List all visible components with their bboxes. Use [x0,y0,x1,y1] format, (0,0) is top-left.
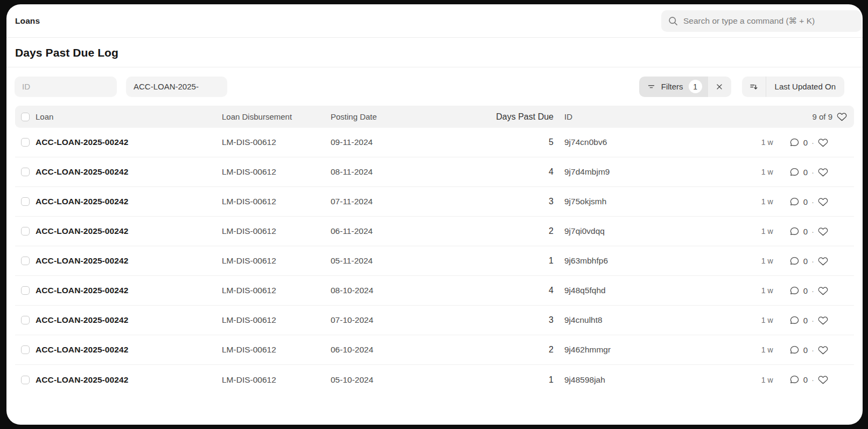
loan-link[interactable]: ACC-LOAN-2025-00242 [36,226,222,236]
days-past-due-value: 4 [472,286,554,295]
comment-icon[interactable] [789,137,800,148]
comment-count[interactable]: 0 [803,138,808,147]
table-row[interactable]: ACC-LOAN-2025-00242 LM-DIS-00612 06-10-2… [15,335,854,365]
filters-count-badge: 1 [689,80,702,93]
loan-link[interactable]: ACC-LOAN-2025-00242 [36,345,222,355]
list-header-row: Loan Loan Disbursement Posting Date Days… [15,106,854,128]
comment-icon[interactable] [789,315,800,326]
sort-descending-icon [749,82,759,92]
row-checkbox[interactable] [21,168,30,176]
row-checkbox[interactable] [21,227,30,236]
id-filter-input[interactable] [15,77,117,97]
like-button[interactable] [818,315,828,326]
row-id-value: 9j48q5fqhd [554,286,725,295]
loan-disbursement-value: LM-DIS-00612 [222,137,331,147]
days-past-due-value: 2 [472,345,554,355]
loan-link[interactable]: ACC-LOAN-2025-00242 [36,167,222,177]
header-meta-cell: 9 of 9 [725,112,854,122]
comment-count[interactable]: 0 [803,375,808,384]
like-button[interactable] [818,137,828,148]
like-button[interactable] [818,197,828,207]
search-input[interactable] [683,16,855,26]
heart-icon [818,167,828,177]
row-id-value: 9j4cnulht8 [554,315,725,325]
loan-link[interactable]: ACC-LOAN-2025-00242 [36,375,222,385]
like-button[interactable] [818,226,828,237]
row-checkbox[interactable] [21,197,30,206]
comment-count[interactable]: 0 [803,197,808,206]
comment-icon[interactable] [789,375,800,385]
comment-count[interactable]: 0 [803,286,808,295]
row-checkbox[interactable] [21,286,30,295]
table-row[interactable]: ACC-LOAN-2025-00242 LM-DIS-00612 07-10-2… [15,306,854,335]
row-meta-cell: 1 w 0 · [725,256,854,266]
sort-direction-button[interactable] [742,77,766,97]
loan-link[interactable]: ACC-LOAN-2025-00242 [36,315,222,325]
toolbar-filters-left [15,77,227,97]
loan-link[interactable]: ACC-LOAN-2025-00242 [36,256,222,266]
table-row[interactable]: ACC-LOAN-2025-00242 LM-DIS-00612 05-11-2… [15,246,854,276]
like-button[interactable] [818,286,828,296]
row-checkbox[interactable] [21,257,30,265]
comment-count[interactable]: 0 [803,257,808,266]
comment-icon[interactable] [789,345,800,355]
comment-count[interactable]: 0 [803,227,808,236]
comment-icon[interactable] [789,226,800,237]
row-checkbox[interactable] [21,376,30,384]
comment-icon[interactable] [789,286,800,296]
comment-icon[interactable] [789,256,800,266]
days-past-due-value: 1 [472,375,554,385]
row-checkbox-cell [15,257,36,265]
top-navbar: Loans [6,4,863,38]
sort-field-button[interactable]: Last Updated On [766,77,844,97]
filters-button[interactable]: Filters 1 [639,77,708,97]
row-checkbox[interactable] [21,316,30,324]
last-modified-value: 1 w [761,286,773,295]
column-header-loan: Loan [36,112,222,121]
separator-dot: · [811,197,814,206]
loan-disbursement-value: LM-DIS-00612 [222,345,331,355]
like-button[interactable] [818,167,828,177]
row-meta-icons: 0 · [789,226,828,237]
comment-count[interactable]: 0 [803,168,808,177]
row-meta-icons: 0 · [789,167,828,177]
loan-disbursement-value: LM-DIS-00612 [222,315,331,325]
posting-date-value: 08-11-2024 [331,167,472,177]
table-row[interactable]: ACC-LOAN-2025-00242 LM-DIS-00612 09-11-2… [15,128,854,157]
row-checkbox-cell [15,345,36,354]
row-id-value: 9j48598jah [554,375,725,385]
comment-icon[interactable] [789,197,800,207]
loan-link[interactable]: ACC-LOAN-2025-00242 [36,197,222,206]
separator-dot: · [811,316,814,325]
table-row[interactable]: ACC-LOAN-2025-00242 LM-DIS-00612 05-10-2… [15,365,854,395]
loan-disbursement-value: LM-DIS-00612 [222,197,331,206]
favorites-filter-button[interactable] [837,112,847,122]
loan-link[interactable]: ACC-LOAN-2025-00242 [36,137,222,147]
table-row[interactable]: ACC-LOAN-2025-00242 LM-DIS-00612 08-10-2… [15,276,854,306]
select-all-checkbox[interactable] [21,113,30,121]
row-checkbox-cell [15,138,36,147]
days-past-due-value: 5 [472,137,554,147]
header-checkbox-cell [15,113,36,121]
clear-filters-button[interactable] [708,77,731,97]
separator-dot: · [811,227,814,236]
table-row[interactable]: ACC-LOAN-2025-00242 LM-DIS-00612 07-11-2… [15,187,854,217]
like-button[interactable] [818,345,828,355]
days-past-due-value: 1 [472,256,554,266]
row-id-value: 9j462hmmgr [554,345,725,355]
global-search[interactable] [661,10,862,32]
row-checkbox[interactable] [21,138,30,147]
posting-date-value: 05-11-2024 [331,256,472,266]
comment-count[interactable]: 0 [803,316,808,325]
comment-icon[interactable] [789,167,800,177]
table-row[interactable]: ACC-LOAN-2025-00242 LM-DIS-00612 08-11-2… [15,157,854,187]
loan-filter-input[interactable] [126,77,227,97]
days-past-due-value: 2 [472,226,554,236]
loan-disbursement-value: LM-DIS-00612 [222,167,331,177]
loan-link[interactable]: ACC-LOAN-2025-00242 [36,286,222,295]
table-row[interactable]: ACC-LOAN-2025-00242 LM-DIS-00612 06-11-2… [15,217,854,246]
comment-count[interactable]: 0 [803,345,808,355]
like-button[interactable] [818,256,828,266]
row-checkbox[interactable] [21,345,30,354]
like-button[interactable] [818,375,828,385]
